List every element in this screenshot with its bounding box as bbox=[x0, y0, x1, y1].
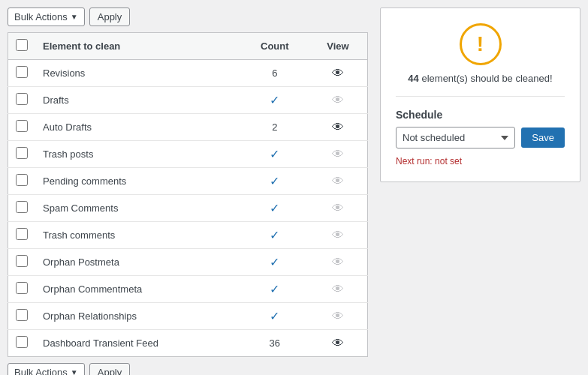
row-view[interactable]: 👁 bbox=[309, 195, 367, 222]
schedule-row: Not scheduled Daily Weekly Monthly Save bbox=[396, 127, 565, 148]
eye-icon[interactable]: 👁 bbox=[332, 121, 344, 134]
eye-icon[interactable]: 👁 bbox=[332, 337, 344, 350]
bulk-actions-dropdown-bottom[interactable]: Bulk Actions ▼ bbox=[8, 363, 85, 375]
eye-muted-icon: 👁 bbox=[332, 310, 344, 322]
check-icon: ✓ bbox=[270, 256, 279, 268]
col-header-count: Count bbox=[241, 33, 309, 60]
row-label: Auto Drafts bbox=[35, 114, 241, 141]
table-row: Orphan Commentmeta✓👁 bbox=[8, 276, 368, 303]
row-view[interactable]: 👁 bbox=[309, 249, 367, 276]
table-row: Auto Drafts2👁 bbox=[8, 114, 368, 141]
row-view[interactable]: 👁 bbox=[309, 87, 367, 114]
row-view[interactable]: 👁 bbox=[309, 222, 367, 249]
eye-muted-icon: 👁 bbox=[332, 202, 344, 214]
row-label: Trash posts bbox=[35, 141, 241, 168]
row-checkbox-4[interactable] bbox=[16, 147, 28, 159]
row-label: Dashboard Transient Feed bbox=[35, 330, 241, 357]
row-label: Orphan Relationships bbox=[35, 303, 241, 330]
save-button[interactable]: Save bbox=[521, 128, 565, 148]
eye-muted-icon: 👁 bbox=[332, 229, 344, 242]
row-checkbox-5[interactable] bbox=[16, 174, 28, 186]
row-count: ✓ bbox=[241, 168, 309, 195]
check-icon: ✓ bbox=[270, 283, 279, 296]
row-checkbox-10[interactable] bbox=[16, 309, 28, 321]
alert-count: 44 bbox=[408, 73, 418, 84]
row-label: Pending comments bbox=[35, 168, 241, 195]
table-row: Revisions6👁 bbox=[8, 60, 368, 87]
table-row: Dashboard Transient Feed36👁 bbox=[8, 330, 368, 357]
row-count: ✓ bbox=[241, 141, 309, 168]
alert-text-suffix: element(s) should be cleaned! bbox=[421, 73, 552, 84]
row-label: Spam Comments bbox=[35, 195, 241, 222]
clean-elements-table: Element to clean Count View Revisions6👁D… bbox=[8, 32, 368, 357]
table-row: Trash comments✓👁 bbox=[8, 222, 368, 249]
select-all-checkbox[interactable] bbox=[16, 39, 28, 51]
row-view[interactable]: 👁 bbox=[309, 303, 367, 330]
next-run-info: Next run: not set bbox=[396, 156, 565, 166]
next-run-value: not set bbox=[435, 156, 462, 166]
top-bulk-bar: Bulk Actions ▼ Apply bbox=[8, 8, 368, 26]
row-checkbox-6[interactable] bbox=[16, 201, 28, 213]
row-view[interactable]: 👁 bbox=[309, 330, 367, 357]
next-run-label: Next run: bbox=[396, 156, 433, 166]
eye-muted-icon: 👁 bbox=[332, 256, 344, 268]
table-row: Drafts✓👁 bbox=[8, 87, 368, 114]
row-checkbox-1[interactable] bbox=[16, 66, 28, 78]
check-icon: ✓ bbox=[270, 310, 279, 322]
eye-muted-icon: 👁 bbox=[332, 283, 344, 296]
check-icon: ✓ bbox=[270, 202, 279, 214]
row-checkbox-11[interactable] bbox=[16, 336, 28, 348]
row-count: ✓ bbox=[241, 249, 309, 276]
row-checkbox-7[interactable] bbox=[16, 228, 28, 240]
table-row: Spam Comments✓👁 bbox=[8, 195, 368, 222]
eye-icon[interactable]: 👁 bbox=[332, 67, 344, 80]
table-row: Pending comments✓👁 bbox=[8, 168, 368, 195]
right-panel: ! 44 element(s) should be cleaned! Sched… bbox=[380, 8, 580, 182]
apply-button-top[interactable]: Apply bbox=[89, 8, 131, 26]
row-view[interactable]: 👁 bbox=[309, 114, 367, 141]
alert-circle-icon: ! bbox=[460, 23, 502, 65]
row-checkbox-3[interactable] bbox=[16, 120, 28, 132]
row-label: Trash comments bbox=[35, 222, 241, 249]
bottom-bulk-bar: Bulk Actions ▼ Apply bbox=[8, 363, 368, 375]
bulk-actions-label-bottom: Bulk Actions bbox=[14, 367, 68, 375]
chevron-down-icon-top: ▼ bbox=[71, 13, 78, 21]
check-icon: ✓ bbox=[270, 94, 279, 106]
table-row: Trash posts✓👁 bbox=[8, 141, 368, 168]
bulk-actions-dropdown-top[interactable]: Bulk Actions ▼ bbox=[8, 8, 85, 26]
table-row: Orphan Postmeta✓👁 bbox=[8, 249, 368, 276]
row-view[interactable]: 👁 bbox=[309, 276, 367, 303]
row-view[interactable]: 👁 bbox=[309, 60, 367, 87]
schedule-label: Schedule bbox=[396, 109, 565, 121]
check-icon: ✓ bbox=[270, 148, 279, 160]
eye-muted-icon: 👁 bbox=[332, 148, 344, 160]
row-count: 36 bbox=[241, 330, 309, 357]
apply-button-bottom[interactable]: Apply bbox=[89, 363, 131, 375]
col-header-view: View bbox=[309, 33, 367, 60]
row-checkbox-8[interactable] bbox=[16, 255, 28, 267]
row-count: ✓ bbox=[241, 222, 309, 249]
row-label: Revisions bbox=[35, 60, 241, 87]
row-label: Drafts bbox=[35, 87, 241, 114]
alert-message: 44 element(s) should be cleaned! bbox=[396, 73, 565, 97]
eye-muted-icon: 👁 bbox=[332, 175, 344, 188]
chevron-down-icon-bottom: ▼ bbox=[71, 368, 78, 375]
row-view[interactable]: 👁 bbox=[309, 141, 367, 168]
schedule-select[interactable]: Not scheduled Daily Weekly Monthly bbox=[396, 127, 515, 148]
row-checkbox-9[interactable] bbox=[16, 282, 28, 294]
row-view[interactable]: 👁 bbox=[309, 168, 367, 195]
check-icon: ✓ bbox=[270, 229, 279, 242]
row-count: ✓ bbox=[241, 303, 309, 330]
row-label: Orphan Postmeta bbox=[35, 249, 241, 276]
check-icon: ✓ bbox=[270, 175, 279, 188]
row-checkbox-2[interactable] bbox=[16, 93, 28, 105]
row-count: ✓ bbox=[241, 195, 309, 222]
row-count: 6 bbox=[241, 60, 309, 87]
col-header-element: Element to clean bbox=[35, 33, 241, 60]
row-label: Orphan Commentmeta bbox=[35, 276, 241, 303]
bulk-actions-label-top: Bulk Actions bbox=[14, 11, 68, 22]
eye-muted-icon: 👁 bbox=[332, 94, 344, 106]
row-count: ✓ bbox=[241, 276, 309, 303]
table-row: Orphan Relationships✓👁 bbox=[8, 303, 368, 330]
row-count: 2 bbox=[241, 114, 309, 141]
